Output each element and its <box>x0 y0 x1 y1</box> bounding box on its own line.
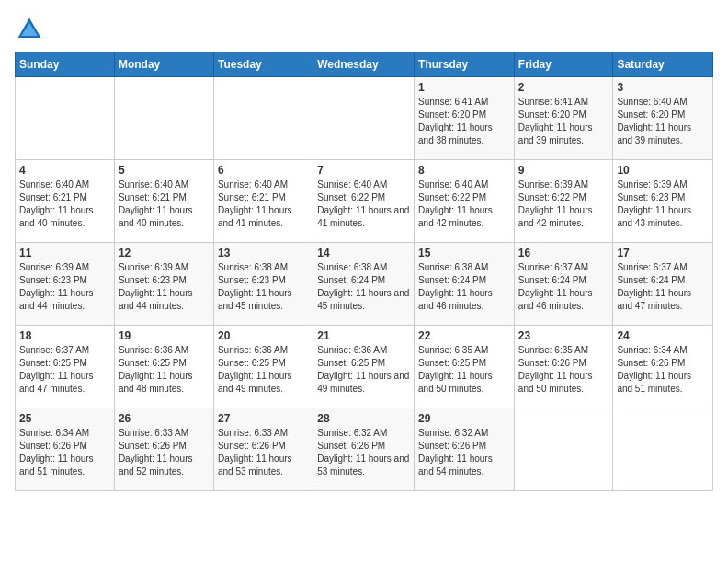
day-number: 22 <box>418 329 510 342</box>
day-info: Sunrise: 6:38 AM Sunset: 6:24 PM Dayligh… <box>418 261 510 313</box>
day-number: 7 <box>317 164 410 177</box>
calendar-cell: 4Sunrise: 6:40 AM Sunset: 6:21 PM Daylig… <box>16 160 115 243</box>
calendar-cell: 16Sunrise: 6:37 AM Sunset: 6:24 PM Dayli… <box>514 243 613 326</box>
day-info: Sunrise: 6:39 AM Sunset: 6:22 PM Dayligh… <box>518 178 609 230</box>
day-number: 10 <box>617 164 709 177</box>
calendar-cell: 7Sunrise: 6:40 AM Sunset: 6:22 PM Daylig… <box>313 160 415 243</box>
day-number: 16 <box>518 247 609 259</box>
calendar-cell: 19Sunrise: 6:36 AM Sunset: 6:25 PM Dayli… <box>114 326 213 408</box>
calendar-cell <box>16 77 115 160</box>
calendar-cell: 28Sunrise: 6:32 AM Sunset: 6:26 PM Dayli… <box>313 408 415 491</box>
calendar-cell: 13Sunrise: 6:38 AM Sunset: 6:23 PM Dayli… <box>213 243 313 326</box>
calendar-cell: 27Sunrise: 6:33 AM Sunset: 6:26 PM Dayli… <box>213 408 313 491</box>
day-number: 29 <box>418 412 510 425</box>
calendar-cell <box>313 77 415 160</box>
page-header <box>15 15 713 44</box>
day-number: 5 <box>119 164 210 177</box>
calendar-cell: 8Sunrise: 6:40 AM Sunset: 6:22 PM Daylig… <box>415 160 515 243</box>
calendar-cell: 5Sunrise: 6:40 AM Sunset: 6:21 PM Daylig… <box>114 160 213 243</box>
day-info: Sunrise: 6:39 AM Sunset: 6:23 PM Dayligh… <box>617 178 709 230</box>
logo <box>15 15 48 44</box>
calendar-cell: 21Sunrise: 6:36 AM Sunset: 6:25 PM Dayli… <box>313 326 415 408</box>
day-info: Sunrise: 6:32 AM Sunset: 6:26 PM Dayligh… <box>317 427 410 478</box>
day-number: 15 <box>418 247 510 259</box>
day-info: Sunrise: 6:33 AM Sunset: 6:26 PM Dayligh… <box>218 427 309 478</box>
calendar-cell: 2Sunrise: 6:41 AM Sunset: 6:20 PM Daylig… <box>514 77 613 160</box>
day-number: 6 <box>218 164 309 177</box>
day-info: Sunrise: 6:34 AM Sunset: 6:26 PM Dayligh… <box>19 427 110 478</box>
day-info: Sunrise: 6:40 AM Sunset: 6:20 PM Dayligh… <box>617 96 709 147</box>
day-number: 14 <box>317 247 410 259</box>
day-info: Sunrise: 6:36 AM Sunset: 6:25 PM Dayligh… <box>317 344 410 396</box>
day-info: Sunrise: 6:35 AM Sunset: 6:26 PM Dayligh… <box>518 344 609 396</box>
day-info: Sunrise: 6:37 AM Sunset: 6:24 PM Dayligh… <box>518 261 609 313</box>
calendar-table: SundayMondayTuesdayWednesdayThursdayFrid… <box>15 52 713 491</box>
day-number: 11 <box>19 247 110 259</box>
calendar-cell: 3Sunrise: 6:40 AM Sunset: 6:20 PM Daylig… <box>613 77 713 160</box>
day-number: 18 <box>19 329 110 342</box>
day-info: Sunrise: 6:37 AM Sunset: 6:25 PM Dayligh… <box>19 344 110 396</box>
logo-icon <box>15 15 44 44</box>
day-number: 21 <box>317 329 410 342</box>
day-info: Sunrise: 6:41 AM Sunset: 6:20 PM Dayligh… <box>418 96 510 147</box>
day-header-tuesday: Tuesday <box>213 52 313 77</box>
day-number: 25 <box>19 412 110 425</box>
calendar-cell: 9Sunrise: 6:39 AM Sunset: 6:22 PM Daylig… <box>514 160 613 243</box>
calendar-cell <box>114 77 213 160</box>
day-info: Sunrise: 6:38 AM Sunset: 6:24 PM Dayligh… <box>317 261 410 313</box>
day-header-thursday: Thursday <box>415 52 515 77</box>
day-number: 4 <box>19 164 110 177</box>
calendar-cell <box>613 408 713 491</box>
calendar-cell: 14Sunrise: 6:38 AM Sunset: 6:24 PM Dayli… <box>313 243 415 326</box>
calendar-cell: 15Sunrise: 6:38 AM Sunset: 6:24 PM Dayli… <box>415 243 515 326</box>
day-info: Sunrise: 6:39 AM Sunset: 6:23 PM Dayligh… <box>119 261 210 313</box>
day-header-monday: Monday <box>114 52 213 77</box>
calendar-week-row: 4Sunrise: 6:40 AM Sunset: 6:21 PM Daylig… <box>16 160 713 243</box>
day-number: 19 <box>119 329 210 342</box>
calendar-cell: 11Sunrise: 6:39 AM Sunset: 6:23 PM Dayli… <box>16 243 115 326</box>
day-info: Sunrise: 6:39 AM Sunset: 6:23 PM Dayligh… <box>19 261 110 313</box>
calendar-cell: 6Sunrise: 6:40 AM Sunset: 6:21 PM Daylig… <box>213 160 313 243</box>
day-header-saturday: Saturday <box>613 52 713 77</box>
day-info: Sunrise: 6:41 AM Sunset: 6:20 PM Dayligh… <box>518 96 609 147</box>
day-number: 24 <box>617 329 709 342</box>
day-number: 28 <box>317 412 410 425</box>
calendar-week-row: 18Sunrise: 6:37 AM Sunset: 6:25 PM Dayli… <box>16 326 713 408</box>
day-info: Sunrise: 6:36 AM Sunset: 6:25 PM Dayligh… <box>119 344 210 396</box>
day-header-wednesday: Wednesday <box>313 52 415 77</box>
day-number: 8 <box>418 164 510 177</box>
calendar-cell <box>213 77 313 160</box>
day-number: 17 <box>617 247 709 259</box>
day-info: Sunrise: 6:33 AM Sunset: 6:26 PM Dayligh… <box>119 427 210 478</box>
day-number: 23 <box>518 329 609 342</box>
day-number: 13 <box>218 247 309 259</box>
day-info: Sunrise: 6:40 AM Sunset: 6:21 PM Dayligh… <box>218 178 309 230</box>
day-info: Sunrise: 6:40 AM Sunset: 6:21 PM Dayligh… <box>119 178 210 230</box>
day-header-sunday: Sunday <box>16 52 115 77</box>
calendar-week-row: 25Sunrise: 6:34 AM Sunset: 6:26 PM Dayli… <box>16 408 713 491</box>
day-info: Sunrise: 6:35 AM Sunset: 6:25 PM Dayligh… <box>418 344 510 396</box>
day-info: Sunrise: 6:40 AM Sunset: 6:21 PM Dayligh… <box>19 178 110 230</box>
day-info: Sunrise: 6:34 AM Sunset: 6:26 PM Dayligh… <box>617 344 709 396</box>
day-info: Sunrise: 6:37 AM Sunset: 6:24 PM Dayligh… <box>617 261 709 313</box>
calendar-header-row: SundayMondayTuesdayWednesdayThursdayFrid… <box>16 52 713 77</box>
day-number: 26 <box>119 412 210 425</box>
day-number: 2 <box>518 81 609 94</box>
calendar-cell: 23Sunrise: 6:35 AM Sunset: 6:26 PM Dayli… <box>514 326 613 408</box>
calendar-cell: 26Sunrise: 6:33 AM Sunset: 6:26 PM Dayli… <box>114 408 213 491</box>
calendar-cell: 24Sunrise: 6:34 AM Sunset: 6:26 PM Dayli… <box>613 326 713 408</box>
calendar-week-row: 1Sunrise: 6:41 AM Sunset: 6:20 PM Daylig… <box>16 77 713 160</box>
day-number: 27 <box>218 412 309 425</box>
calendar-cell: 25Sunrise: 6:34 AM Sunset: 6:26 PM Dayli… <box>16 408 115 491</box>
calendar-cell: 17Sunrise: 6:37 AM Sunset: 6:24 PM Dayli… <box>613 243 713 326</box>
day-info: Sunrise: 6:36 AM Sunset: 6:25 PM Dayligh… <box>218 344 309 396</box>
day-number: 9 <box>518 164 609 177</box>
day-info: Sunrise: 6:40 AM Sunset: 6:22 PM Dayligh… <box>418 178 510 230</box>
calendar-cell <box>514 408 613 491</box>
calendar-cell: 10Sunrise: 6:39 AM Sunset: 6:23 PM Dayli… <box>613 160 713 243</box>
day-number: 20 <box>218 329 309 342</box>
calendar-cell: 20Sunrise: 6:36 AM Sunset: 6:25 PM Dayli… <box>213 326 313 408</box>
day-info: Sunrise: 6:40 AM Sunset: 6:22 PM Dayligh… <box>317 178 410 230</box>
calendar-week-row: 11Sunrise: 6:39 AM Sunset: 6:23 PM Dayli… <box>16 243 713 326</box>
day-info: Sunrise: 6:32 AM Sunset: 6:26 PM Dayligh… <box>418 427 510 478</box>
